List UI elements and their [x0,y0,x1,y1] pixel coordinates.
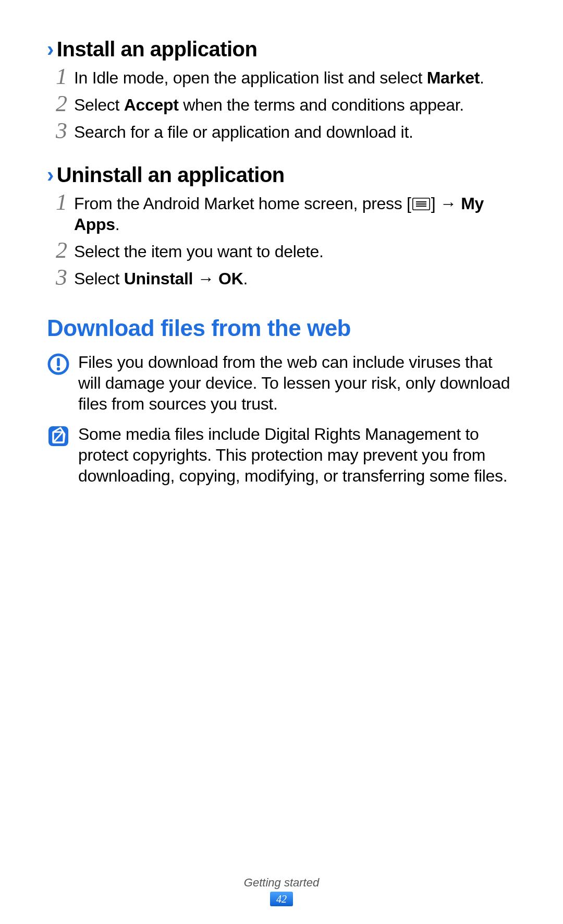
list-item: 3 Select Uninstall → OK. [49,266,516,289]
chevron-icon: › [47,38,54,61]
chevron-icon: › [47,163,54,187]
menu-icon [412,198,430,210]
page-number-badge: 42 [270,892,293,906]
install-steps: 1 In Idle mode, open the application lis… [49,65,516,142]
warning-note: Files you download from the web can incl… [47,352,516,414]
step-text: Select the item you want to delete. [74,239,324,262]
warning-text: Files you download from the web can incl… [78,352,516,414]
list-item: 1 In Idle mode, open the application lis… [49,65,516,88]
list-item: 3 Search for a file or application and d… [49,119,516,142]
page-footer: Getting started 42 [0,876,563,906]
step-text: Select Uninstall → OK. [74,266,248,289]
list-item: 2 Select Accept when the terms and condi… [49,92,516,115]
svg-rect-5 [57,358,60,366]
step-text: Search for a file or application and dow… [74,119,413,142]
step-number: 3 [49,119,74,142]
info-note: Some media files include Digital Rights … [47,424,516,486]
step-text: Select Accept when the terms and conditi… [74,92,464,115]
document-page: › Install an application 1 In Idle mode,… [0,0,563,924]
heading-install-text: Install an application [57,38,258,61]
step-number: 2 [49,92,74,115]
list-item: 2 Select the item you want to delete. [49,239,516,262]
heading-uninstall: › Uninstall an application [47,163,516,187]
svg-point-6 [57,367,60,370]
note-icon [47,424,78,448]
uninstall-steps: 1 From the Android Market home screen, p… [49,191,516,289]
footer-section-label: Getting started [0,876,563,890]
step-number: 1 [49,65,74,88]
step-text: In Idle mode, open the application list … [74,65,484,88]
heading-download: Download files from the web [47,315,516,341]
heading-uninstall-text: Uninstall an application [57,163,285,187]
list-item: 1 From the Android Market home screen, p… [49,191,516,235]
step-text: From the Android Market home screen, pre… [74,191,516,235]
warning-icon [47,352,78,376]
info-text: Some media files include Digital Rights … [78,424,516,486]
step-number: 2 [49,239,74,262]
heading-install: › Install an application [47,38,516,61]
step-number: 3 [49,266,74,289]
step-number: 1 [49,191,74,214]
